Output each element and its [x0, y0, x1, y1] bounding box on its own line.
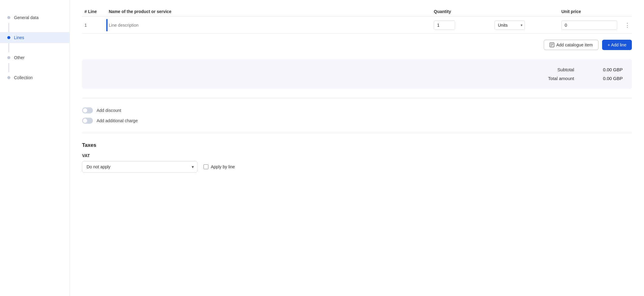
unit-price-input[interactable]	[561, 21, 617, 30]
total-label: Total amount	[538, 76, 574, 81]
sidebar-connector-1	[9, 23, 9, 32]
total-value: 0.00 GBP	[592, 76, 623, 81]
sidebar-item-collection[interactable]: Collection	[0, 72, 70, 83]
vat-select[interactable]: Do not apply	[82, 161, 197, 173]
col-header-actions	[620, 9, 632, 14]
sidebar-item-other[interactable]: Other	[0, 52, 70, 63]
sidebar-connector-3	[9, 63, 9, 72]
add-charge-toggle[interactable]	[82, 118, 93, 124]
sidebar-item-general-data[interactable]: General data	[0, 12, 70, 23]
table-row: 1 Units ▾ ⋮	[82, 17, 632, 34]
add-catalogue-label: Add catalogue item	[556, 42, 593, 47]
sidebar-label-general-data: General data	[14, 15, 39, 20]
vat-row: Do not apply ▾ Apply by line	[82, 161, 632, 173]
line-description-cell	[106, 19, 431, 31]
line-description-input[interactable]	[109, 22, 429, 29]
sidebar-dot-other	[7, 56, 10, 59]
sidebar-label-collection: Collection	[14, 75, 33, 80]
col-header-name: Name of the product or service	[106, 9, 431, 14]
units-select[interactable]: Units	[495, 21, 525, 30]
subtotal-value: 0.00 GBP	[592, 67, 623, 72]
vat-select-wrapper: Do not apply ▾	[82, 161, 197, 173]
sidebar-label-lines: Lines	[14, 35, 24, 40]
add-discount-label: Add discount	[97, 108, 121, 113]
add-discount-toggle[interactable]	[82, 107, 93, 113]
quantity-cell	[431, 18, 492, 32]
row-actions-cell: ⋮	[620, 19, 632, 31]
catalogue-icon	[550, 42, 554, 47]
table-header: # Line Name of the product or service Qu…	[82, 6, 632, 17]
add-charge-toggle-row: Add additional charge	[82, 118, 632, 124]
sidebar: General data Lines Other Collection	[0, 0, 70, 296]
blue-bar	[106, 19, 108, 31]
more-options-icon[interactable]: ⋮	[622, 21, 632, 29]
sidebar-label-other: Other	[14, 55, 25, 60]
taxes-section: Taxes VAT Do not apply ▾ Apply by line	[82, 142, 632, 173]
quantity-input[interactable]	[434, 21, 455, 30]
sidebar-dot-general-data	[7, 16, 10, 19]
sidebar-connector-2	[9, 43, 9, 52]
apply-by-line-wrapper: Apply by line	[204, 164, 235, 169]
divider-2	[82, 133, 632, 133]
divider-1	[82, 98, 632, 98]
add-charge-label: Add additional charge	[97, 118, 138, 123]
add-line-button[interactable]: + Add line	[602, 40, 632, 50]
apply-by-line-label: Apply by line	[211, 164, 235, 169]
units-cell: Units ▾	[492, 18, 559, 32]
add-discount-toggle-row: Add discount	[82, 107, 632, 113]
sidebar-dot-collection	[7, 76, 10, 79]
sidebar-item-lines[interactable]: Lines	[0, 32, 70, 43]
add-line-label: + Add line	[608, 42, 626, 47]
subtotal-label: Subtotal	[538, 67, 574, 72]
total-row: Total amount 0.00 GBP	[91, 74, 623, 83]
vat-label: VAT	[82, 153, 632, 158]
sidebar-dot-lines	[7, 36, 10, 39]
action-buttons-row: Add catalogue item + Add line	[82, 40, 632, 56]
col-header-unit-price: Unit price	[559, 9, 620, 14]
add-catalogue-button[interactable]: Add catalogue item	[544, 40, 598, 50]
col-header-line: # Line	[82, 9, 106, 14]
col-header-quantity: Quantity	[431, 9, 492, 14]
subtotal-row: Subtotal 0.00 GBP	[91, 65, 623, 74]
totals-section: Subtotal 0.00 GBP Total amount 0.00 GBP	[82, 59, 632, 89]
units-select-wrapper: Units ▾	[495, 21, 525, 30]
apply-by-line-checkbox[interactable]	[204, 164, 208, 169]
unit-price-cell	[559, 18, 620, 32]
taxes-title: Taxes	[82, 142, 632, 148]
main-content: # Line Name of the product or service Qu…	[70, 0, 644, 296]
line-number: 1	[82, 20, 106, 30]
col-header-units	[492, 9, 559, 14]
